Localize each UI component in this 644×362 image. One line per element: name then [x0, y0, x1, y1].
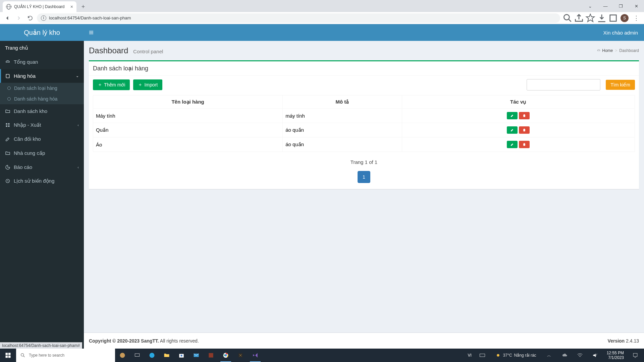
sidebar-subitem-product-types[interactable]: Danh sách loại hàng [0, 83, 84, 94]
taskbar-app-generic[interactable] [204, 349, 218, 362]
taskbar-app-chrome[interactable] [218, 349, 233, 362]
clock-time: 12:55 PM [607, 351, 624, 355]
svg-rect-9 [6, 356, 8, 358]
sidebar-item-home[interactable]: Trang chủ [0, 41, 84, 55]
import-button[interactable]: ＋Import [133, 79, 162, 90]
tray-chevron-icon[interactable]: ︿ [543, 349, 555, 362]
onedrive-icon[interactable] [558, 349, 571, 362]
weather-desc: Nắng rải rác [514, 353, 536, 358]
download-icon[interactable] [596, 13, 607, 23]
window-maximize-button[interactable]: ❐ [613, 0, 629, 12]
new-tab-button[interactable]: + [78, 2, 88, 11]
app-logo[interactable]: Quản lý kho [0, 24, 84, 41]
bookmark-icon[interactable] [585, 13, 596, 23]
forward-button[interactable] [14, 13, 23, 23]
grid-icon [5, 122, 10, 128]
trash-icon [522, 128, 526, 132]
taskbar-app-taskview[interactable] [130, 349, 145, 362]
svg-rect-16 [181, 355, 182, 356]
chrome-menu-button[interactable]: ⋮ [631, 13, 641, 23]
search-button[interactable]: Tìm kiếm [606, 80, 635, 90]
svg-rect-3 [8, 123, 9, 125]
zoom-icon[interactable] [562, 13, 573, 23]
taskbar-app-tools[interactable] [233, 349, 248, 362]
sidebar-item-label: Danh sách loại hàng [14, 85, 57, 91]
content-area: Dashboard Control panel Home > Dashboard… [84, 41, 644, 349]
notifications-icon[interactable] [629, 349, 641, 362]
taskbar-app-explorer[interactable] [159, 349, 174, 362]
sidebar-item-warehouses[interactable]: Danh sách kho [0, 104, 84, 118]
sidebar-item-history[interactable]: Lịch sử biến động [0, 174, 84, 188]
breadcrumb-home[interactable]: Home [597, 48, 613, 53]
language-indicator[interactable]: VI [466, 353, 473, 358]
content-box: Danh sách loại hàng ＋Thêm mới ＋Import Tì… [89, 60, 639, 189]
address-bar[interactable]: i localhost:64754/Danh-sach-loai-san-pha… [37, 13, 560, 23]
app-footer: Copyright © 2020-2023 SangTT. All rights… [84, 333, 644, 349]
page-1[interactable]: 1 [358, 171, 370, 183]
svg-rect-2 [6, 123, 7, 125]
edit-button[interactable] [507, 141, 518, 148]
footer-copyright: Copyright © 2020-2023 SangTT. [89, 338, 159, 344]
taskbar-app-store[interactable] [174, 349, 189, 362]
volume-icon[interactable] [589, 349, 601, 362]
network-icon[interactable] [574, 349, 586, 362]
cell-name: Máy tính [93, 109, 283, 123]
cell-desc: áo quần [283, 137, 402, 152]
weather-widget[interactable]: 37°C Nắng rải rác [492, 352, 540, 358]
cell-actions [402, 123, 635, 137]
taskbar-app-mail[interactable] [189, 349, 204, 362]
search-input[interactable] [527, 79, 600, 90]
start-button[interactable] [0, 349, 16, 362]
trash-icon [522, 114, 526, 118]
edit-button[interactable] [507, 112, 518, 119]
profile-avatar[interactable]: S [619, 13, 630, 23]
sidebar-subitem-products[interactable]: Danh sách hàng hóa [0, 94, 84, 104]
cell-desc: máy tính [283, 109, 402, 123]
edit-button[interactable] [507, 126, 518, 134]
sidebar-item-label: Báo cáo [14, 164, 32, 170]
cell-name: Áo [93, 137, 283, 152]
delete-button[interactable] [519, 141, 530, 148]
chrome-menu-chevron-icon[interactable]: ⌄ [582, 0, 598, 12]
sidebar-item-import-export[interactable]: Nhập - Xuất ‹ [0, 118, 84, 132]
search-icon [20, 353, 25, 358]
sidebar-item-reports[interactable]: Báo cáo ‹ [0, 160, 84, 174]
sidebar-item-suppliers[interactable]: Nhà cung cấp [0, 146, 84, 160]
delete-button[interactable] [519, 126, 530, 134]
dashboard-icon [5, 59, 10, 65]
product-type-table: Tên loại hàng Mô tả Tác vụ Máy tínhmáy t… [93, 95, 635, 152]
delete-button[interactable] [519, 112, 530, 119]
taskbar-app-visualstudio[interactable] [248, 349, 263, 362]
dashboard-icon [597, 49, 601, 53]
close-tab-icon[interactable]: × [70, 4, 73, 9]
taskbar-clock[interactable]: 12:55 PM 7/1/2023 [605, 351, 626, 360]
breadcrumb-separator: > [615, 48, 617, 53]
chevron-left-icon: ‹ [77, 123, 79, 127]
browser-tab[interactable]: QUẢN LÝ KHO | Dashboard × [3, 1, 76, 12]
table-row: Quầnáo quần [93, 123, 635, 137]
site-info-icon[interactable]: i [41, 15, 46, 21]
sun-icon [495, 352, 501, 358]
extensions-icon[interactable] [608, 13, 619, 23]
taskbar-app-edge[interactable] [145, 349, 159, 362]
share-icon[interactable] [574, 13, 584, 23]
sidebar-item-label: Tổng quan [14, 59, 38, 65]
pie-chart-icon [5, 165, 10, 170]
sidebar-submenu-goods: Danh sách loại hàng Danh sách hàng hóa [0, 83, 84, 104]
taskbar-search[interactable]: Type here to search [16, 349, 115, 362]
keyboard-icon[interactable] [476, 349, 488, 362]
cell-actions [402, 109, 635, 123]
sidebar-item-overview[interactable]: Tổng quan [0, 55, 84, 69]
weather-temp: 37°C [503, 353, 512, 358]
window-minimize-button[interactable]: — [598, 0, 613, 12]
window-close-button[interactable]: ✕ [629, 0, 644, 12]
taskbar-app-news[interactable] [115, 349, 130, 362]
cell-desc: áo quần [283, 123, 402, 137]
sidebar-item-goods[interactable]: Hàng hóa ⌄ [0, 69, 84, 83]
sidebar-item-balance[interactable]: Cân đối kho [0, 132, 84, 146]
sidebar-toggle-button[interactable] [84, 24, 99, 41]
back-button[interactable] [3, 13, 12, 23]
svg-point-14 [150, 353, 155, 358]
add-button[interactable]: ＋Thêm mới [93, 79, 130, 90]
reload-button[interactable] [25, 13, 35, 23]
